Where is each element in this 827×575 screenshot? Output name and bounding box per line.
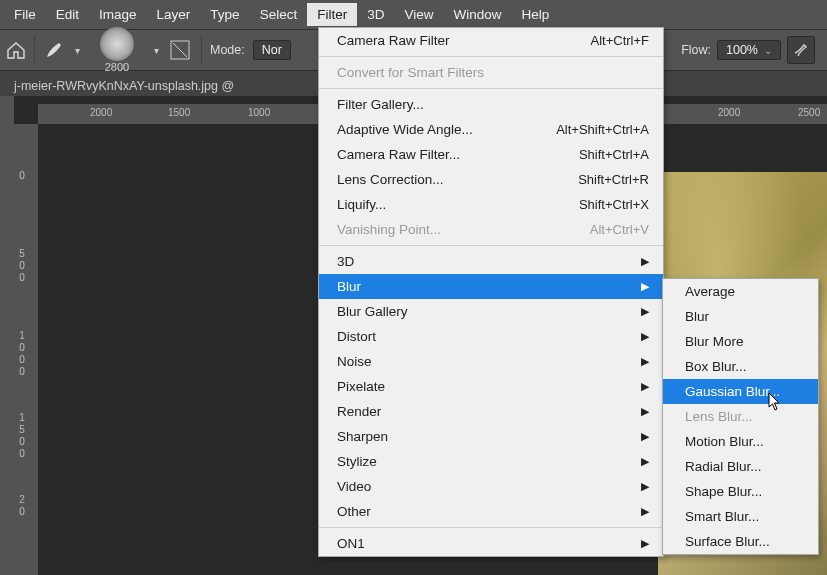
menuitem-label: Vanishing Point... (337, 222, 441, 237)
mode-value: Nor (262, 43, 282, 57)
ruler-tick: 0 (17, 436, 27, 447)
submenuitem-average[interactable]: Average (663, 279, 818, 304)
menuitem-lens-correction[interactable]: Lens Correction...Shift+Ctrl+R (319, 167, 663, 192)
submenuitem-gaussian-blur[interactable]: Gaussian Blur... (663, 379, 818, 404)
submenuitem-lens-blur: Lens Blur... (663, 404, 818, 429)
ruler-tick: 0 (17, 506, 27, 517)
menu-window[interactable]: Window (443, 3, 511, 26)
separator (34, 36, 35, 64)
menuitem-label: Distort (337, 329, 376, 344)
menuitem-label: Blur (685, 309, 709, 324)
menuitem-adaptive-wide-angle[interactable]: Adaptive Wide Angle...Alt+Shift+Ctrl+A (319, 117, 663, 142)
menuitem-blur-gallery[interactable]: Blur Gallery▶ (319, 299, 663, 324)
menu-file[interactable]: File (4, 3, 46, 26)
submenuitem-box-blur[interactable]: Box Blur... (663, 354, 818, 379)
menuitem-video[interactable]: Video▶ (319, 474, 663, 499)
menu-select[interactable]: Select (250, 3, 308, 26)
chevron-down-icon: ⌄ (764, 45, 772, 56)
menuitem-label: Average (685, 284, 735, 299)
brush-preset[interactable]: 2800 (88, 27, 146, 73)
menuitem-shortcut: Shift+Ctrl+A (579, 147, 649, 162)
menu-3d[interactable]: 3D (357, 3, 394, 26)
submenuitem-blur[interactable]: Blur (663, 304, 818, 329)
menuitem-3d[interactable]: 3D▶ (319, 249, 663, 274)
filter-menu-dropdown: Camera Raw Filter Alt+Ctrl+F Convert for… (318, 27, 664, 557)
menuitem-other[interactable]: Other▶ (319, 499, 663, 524)
menuitem-noise[interactable]: Noise▶ (319, 349, 663, 374)
menu-type[interactable]: Type (200, 3, 249, 26)
menuitem-filter-gallery[interactable]: Filter Gallery... (319, 92, 663, 117)
flow-value: 100% (726, 43, 758, 57)
menuitem-distort[interactable]: Distort▶ (319, 324, 663, 349)
menuitem-label: Adaptive Wide Angle... (337, 122, 473, 137)
menu-edit[interactable]: Edit (46, 3, 89, 26)
menuitem-shortcut: Alt+Shift+Ctrl+A (556, 122, 649, 137)
menuitem-label: Other (337, 504, 371, 519)
chevron-down-icon[interactable]: ▾ (154, 45, 159, 56)
menuitem-label: Lens Blur... (685, 409, 753, 424)
menuitem-render[interactable]: Render▶ (319, 399, 663, 424)
menuitem-label: Shape Blur... (685, 484, 762, 499)
home-icon[interactable] (6, 41, 26, 59)
menuitem-label: Noise (337, 354, 372, 369)
airbrush-icon[interactable] (787, 36, 815, 64)
menuitem-label: ON1 (337, 536, 365, 551)
menuitem-shortcut: Alt+Ctrl+F (590, 33, 649, 48)
ruler-tick: 0 (17, 260, 27, 271)
menuitem-shortcut: Alt+Ctrl+V (590, 222, 649, 237)
menuitem-label: Blur Gallery (337, 304, 408, 319)
ruler-tick: 0 (17, 342, 27, 353)
menuitem-camera-raw-filter[interactable]: Camera Raw Filter Alt+Ctrl+F (319, 28, 663, 53)
menu-image[interactable]: Image (89, 3, 147, 26)
menuitem-camera-raw-filter-2[interactable]: Camera Raw Filter...Shift+Ctrl+A (319, 142, 663, 167)
menuitem-shortcut: Shift+Ctrl+R (578, 172, 649, 187)
ruler-tick: 1000 (248, 107, 270, 118)
menuitem-label: Camera Raw Filter (337, 33, 450, 48)
submenu-arrow-icon: ▶ (641, 380, 649, 393)
menuitem-label: Motion Blur... (685, 434, 764, 449)
submenu-arrow-icon: ▶ (641, 405, 649, 418)
submenuitem-surface-blur[interactable]: Surface Blur... (663, 529, 818, 554)
menu-separator (319, 527, 663, 528)
submenuitem-smart-blur[interactable]: Smart Blur... (663, 504, 818, 529)
chevron-down-icon[interactable]: ▾ (75, 45, 80, 56)
brush-size-label: 2800 (105, 61, 129, 73)
ruler-tick: 2000 (718, 107, 740, 118)
submenuitem-motion-blur[interactable]: Motion Blur... (663, 429, 818, 454)
menuitem-liquify[interactable]: Liquify...Shift+Ctrl+X (319, 192, 663, 217)
submenuitem-radial-blur[interactable]: Radial Blur... (663, 454, 818, 479)
menuitem-blur[interactable]: Blur▶ (319, 274, 663, 299)
submenu-arrow-icon: ▶ (641, 430, 649, 443)
mode-select[interactable]: Nor (253, 40, 291, 60)
ruler-tick: 0 (17, 448, 27, 459)
submenu-arrow-icon: ▶ (641, 280, 649, 293)
submenu-arrow-icon: ▶ (641, 255, 649, 268)
brush-panel-icon[interactable] (167, 37, 193, 63)
menuitem-label: Liquify... (337, 197, 386, 212)
submenuitem-shape-blur[interactable]: Shape Blur... (663, 479, 818, 504)
menuitem-label: Surface Blur... (685, 534, 770, 549)
menuitem-label: Stylize (337, 454, 377, 469)
ruler-tick: 1 (17, 330, 27, 341)
menu-layer[interactable]: Layer (147, 3, 201, 26)
menuitem-label: Blur (337, 279, 361, 294)
menuitem-pixelate[interactable]: Pixelate▶ (319, 374, 663, 399)
ruler-tick: 2 (17, 494, 27, 505)
menuitem-label: Convert for Smart Filters (337, 65, 484, 80)
ruler-tick: 0 (17, 170, 27, 181)
menuitem-sharpen[interactable]: Sharpen▶ (319, 424, 663, 449)
menu-separator (319, 245, 663, 246)
menu-help[interactable]: Help (511, 3, 559, 26)
menu-view[interactable]: View (394, 3, 443, 26)
brush-tool-icon[interactable] (43, 37, 67, 64)
menu-separator (319, 88, 663, 89)
ruler-tick: 5 (17, 424, 27, 435)
submenuitem-blur-more[interactable]: Blur More (663, 329, 818, 354)
mode-label: Mode: (210, 43, 245, 57)
menuitem-stylize[interactable]: Stylize▶ (319, 449, 663, 474)
menuitem-label: Lens Correction... (337, 172, 444, 187)
flow-select[interactable]: 100% ⌄ (717, 40, 781, 60)
menu-filter[interactable]: Filter (307, 3, 357, 26)
menuitem-label: Filter Gallery... (337, 97, 424, 112)
menuitem-on1[interactable]: ON1▶ (319, 531, 663, 556)
